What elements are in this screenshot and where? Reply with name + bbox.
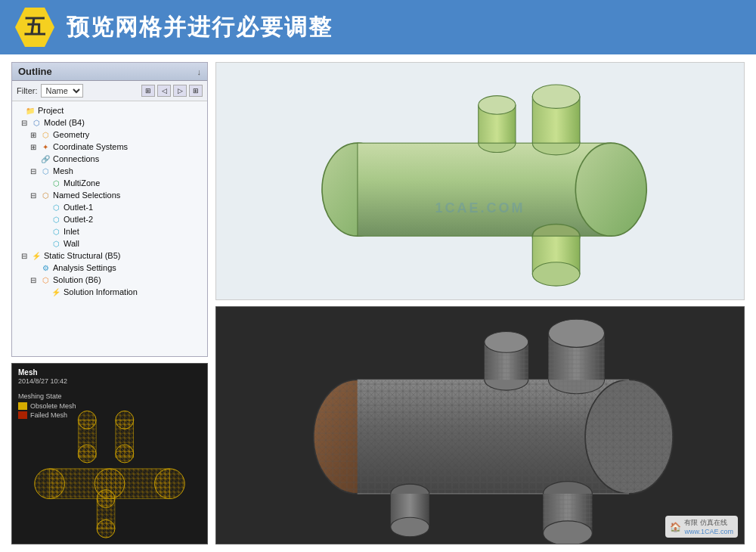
connections-label: Connections [53, 154, 99, 163]
geometry-icon: ⬡ [39, 129, 51, 140]
coord-icon: ✦ [39, 141, 51, 152]
solinfo-label: Solution Information [64, 287, 138, 296]
tree-item-connections[interactable]: 🔗 Connections [14, 153, 206, 165]
tree-item-geometry[interactable]: ⊞ ⬡ Geometry [14, 129, 206, 141]
expand-coord: ⊞ [30, 143, 39, 151]
legend-obsolete-color [18, 402, 27, 410]
tree-item-coord[interactable]: ⊞ ✦ Coordinate Systems [14, 141, 206, 153]
tree-item-outlet2[interactable]: ⬡ Outlet-2 [14, 213, 206, 225]
mesh-legend: Meshing State Obsolete Mesh Failed Mesh [18, 392, 76, 420]
wall-label: Wall [64, 239, 79, 248]
mesh-left-svg [12, 364, 207, 544]
bottom-badge: 🏠 有限 仿真在线www.1CAE.com [665, 516, 738, 538]
static-label: Static Structural (B5) [44, 251, 120, 260]
svg-point-13 [97, 519, 115, 538]
outlet2-label: Outlet-2 [64, 215, 93, 224]
svg-point-48 [543, 521, 592, 544]
mesh-right-svg [216, 307, 744, 544]
svg-point-40 [548, 319, 604, 347]
tree-item-mesh[interactable]: ⊟ ⬡ Mesh [14, 165, 206, 177]
outline-title: Outline [18, 66, 52, 77]
outlet1-icon: ⬡ [50, 202, 62, 212]
legend-obsolete-text: Obsolete Mesh [30, 402, 76, 410]
mesh-right-view: 🏠 有限 仿真在线www.1CAE.com [215, 306, 745, 544]
main-content: Outline ↓ Filter: Name ⊞ ◁ ▷ ⊞ [0, 54, 756, 552]
page-header: 五 预览网格并进行必要调整 [0, 0, 756, 54]
project-label: Project [38, 106, 64, 115]
mesh-label-text: Mesh [18, 368, 38, 377]
svg-point-4 [155, 469, 185, 499]
tree-item-static[interactable]: ⊟ ⚡ Static Structural (B5) [14, 250, 206, 262]
mesh-date: 2014/8/27 10:42 [18, 377, 67, 385]
filter-icons: ⊞ ◁ ▷ ⊞ [141, 85, 203, 97]
named-label: Named Selections [53, 191, 120, 200]
badge-text: 有限 仿真在线www.1CAE.com [684, 518, 733, 535]
filter-bar: Filter: Name ⊞ ◁ ▷ ⊞ [12, 81, 207, 101]
named-icon: ⬡ [39, 190, 51, 200]
svg-rect-15 [358, 143, 611, 236]
legend-failed: Failed Mesh [18, 411, 76, 419]
static-icon: ⚡ [30, 250, 42, 261]
svg-point-25 [479, 96, 516, 115]
tree-item-wall[interactable]: ⬡ Wall [14, 237, 206, 250]
project-icon: 📁 [24, 105, 36, 116]
mesh-label: Mesh [53, 166, 73, 175]
svg-point-19 [532, 85, 580, 108]
tree-item-named[interactable]: ⊟ ⬡ Named Selections [14, 189, 206, 201]
svg-point-22 [532, 262, 580, 286]
legend-obsolete: Obsolete Mesh [18, 402, 76, 410]
svg-point-7 [78, 411, 96, 429]
tree-item-solution[interactable]: ⊟ ⬡ Solution (B6) [14, 274, 206, 286]
model-label: Model (B4) [44, 118, 85, 127]
tree-item-model[interactable]: ⊟ ⬡ Model (B4) [14, 116, 206, 129]
solinfo-icon: ⚡ [50, 287, 62, 297]
mesh-left-panel: Mesh 2014/8/27 10:42 Meshing State Obsol… [11, 363, 208, 544]
svg-point-33 [585, 380, 673, 494]
filter-icon-3[interactable]: ▷ [173, 85, 187, 97]
inlet-label: Inlet [64, 227, 79, 236]
tree-item-project[interactable]: 📁 Project [14, 104, 206, 116]
tree-item-multizone[interactable]: ⬡ MultiZone [14, 177, 206, 189]
cad-model-svg [216, 63, 744, 299]
inlet-icon: ⬡ [50, 226, 62, 237]
expand-named: ⊟ [30, 191, 39, 200]
tree-content[interactable]: 📁 Project ⊟ ⬡ Model (B4) ⊞ ⬡ Geometry [12, 101, 207, 352]
tree-item-analysis[interactable]: ⚙ Analysis Settings [14, 262, 206, 274]
legend-failed-color [18, 411, 27, 419]
tree-item-solinfo[interactable]: ⚡ Solution Information [14, 286, 206, 298]
svg-point-51 [391, 517, 429, 537]
svg-point-3 [35, 469, 65, 499]
badge-icon: 🏠 [670, 522, 681, 532]
expand-solution: ⊟ [30, 276, 39, 284]
solution-icon: ⬡ [39, 274, 51, 285]
outline-panel[interactable]: Outline ↓ Filter: Name ⊞ ◁ ▷ ⊞ [11, 62, 208, 357]
filter-icon-4[interactable]: ⊞ [189, 85, 203, 97]
right-panel: 1CAE.COM [215, 62, 745, 544]
connections-icon: 🔗 [39, 154, 51, 164]
legend-failed-text: Failed Mesh [30, 411, 67, 419]
expand-mesh: ⊟ [30, 167, 39, 175]
wall-icon: ⬡ [50, 238, 62, 249]
tree-item-inlet[interactable]: ⬡ Inlet [14, 225, 206, 237]
outlet2-icon: ⬡ [50, 214, 62, 225]
left-panel: Outline ↓ Filter: Name ⊞ ◁ ▷ ⊞ [11, 62, 208, 544]
page-title: 预览网格并进行必要调整 [67, 12, 333, 43]
solution-label: Solution (B6) [53, 275, 101, 284]
filter-icon-1[interactable]: ⊞ [141, 85, 155, 97]
outline-header: Outline ↓ [12, 63, 207, 81]
tree-item-outlet1[interactable]: ⬡ Outlet-1 [14, 201, 206, 213]
model-icon: ⬡ [30, 117, 42, 128]
svg-point-44 [485, 331, 528, 352]
analysis-icon: ⚙ [39, 262, 51, 273]
filter-label: Filter: [17, 86, 38, 95]
mesh-icon: ⬡ [39, 166, 51, 176]
analysis-label: Analysis Settings [53, 263, 116, 272]
expand-model: ⊟ [21, 119, 30, 127]
geometry-label: Geometry [53, 130, 89, 139]
step-badge: 五 [15, 8, 54, 47]
filter-icon-2[interactable]: ◁ [157, 85, 171, 97]
multizone-icon: ⬡ [50, 178, 62, 188]
filter-select[interactable]: Name [41, 84, 83, 98]
cad-view: 1CAE.COM [215, 62, 745, 300]
svg-point-10 [116, 411, 134, 429]
